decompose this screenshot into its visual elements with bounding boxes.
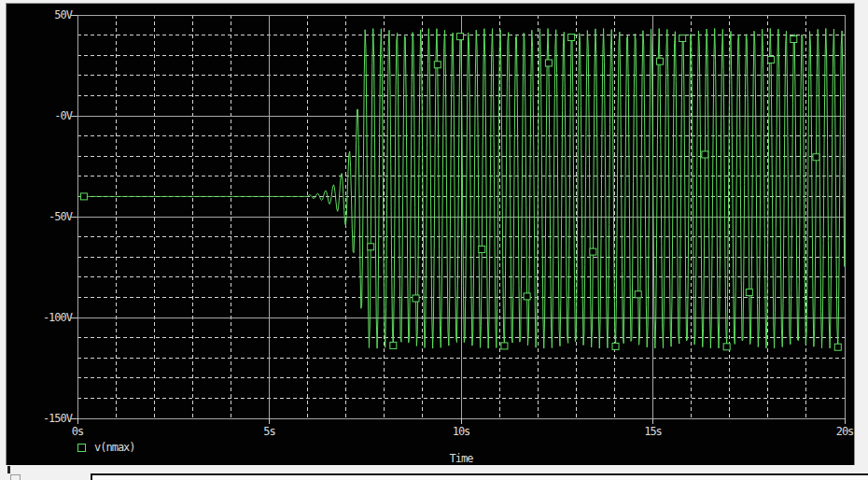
- x-axis-title: Time: [414, 452, 508, 465]
- data-point-marker: [80, 193, 87, 200]
- data-point-marker: [813, 154, 819, 161]
- data-point-marker: [612, 343, 619, 349]
- data-point-marker: [679, 35, 686, 41]
- data-point-marker: [456, 34, 463, 40]
- data-point-marker: [501, 343, 508, 349]
- data-point-marker: [635, 291, 641, 298]
- data-point-marker: [791, 36, 797, 43]
- data-point-marker: [524, 293, 530, 300]
- data-point-marker: [657, 58, 664, 64]
- partial-window-edge: [91, 473, 868, 480]
- chart-surface[interactable]: [7, 4, 854, 465]
- legend[interactable]: v(nmax): [77, 441, 135, 454]
- partial-glyph: [7, 466, 10, 473]
- partial-icon: [10, 474, 21, 480]
- data-point-marker: [368, 244, 374, 250]
- data-point-marker: [590, 248, 596, 255]
- data-point-marker: [723, 344, 730, 350]
- data-point-marker: [768, 56, 775, 63]
- data-point-marker: [746, 289, 752, 296]
- data-point-marker: [479, 246, 485, 252]
- plot-panel: 50V-0V-50V-100V-150V 0s5s10s15s20s v(nma…: [6, 3, 855, 466]
- data-point-marker: [413, 295, 419, 302]
- data-point-marker: [390, 342, 397, 348]
- probe-plot-window: 50V-0V-50V-100V-150V 0s5s10s15s20s v(nma…: [0, 0, 868, 480]
- background-window-strip: [0, 465, 868, 480]
- data-point-marker: [545, 60, 552, 66]
- data-point-marker: [702, 151, 708, 158]
- data-point-marker: [834, 344, 841, 350]
- data-point-marker: [434, 62, 441, 68]
- legend-series-label: v(nmax): [94, 441, 135, 454]
- data-point-marker: [568, 35, 575, 41]
- legend-marker-icon: [77, 444, 86, 452]
